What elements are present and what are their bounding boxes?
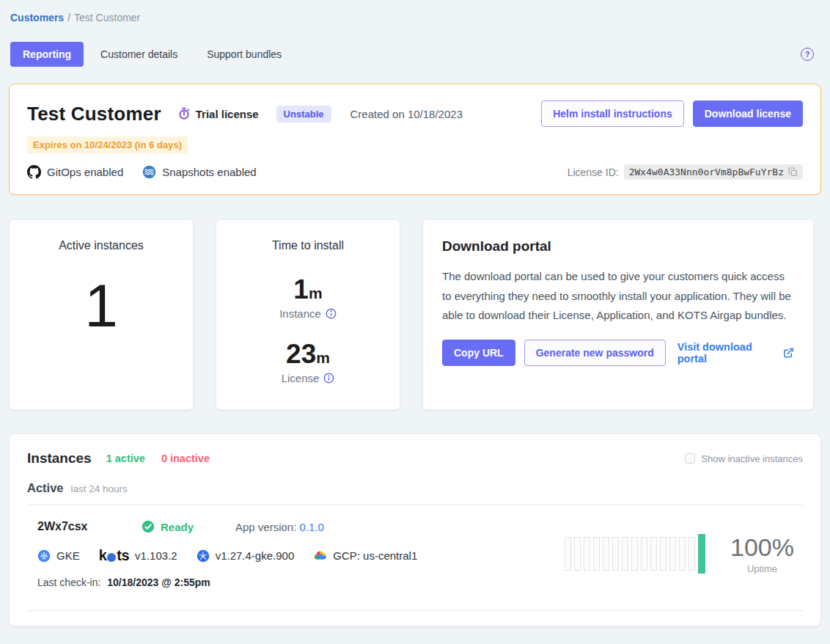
uptime-percent: 100% <box>730 534 794 561</box>
show-inactive-checkbox[interactable] <box>685 453 695 464</box>
download-portal-card: Download portal The download portal can … <box>422 219 814 410</box>
tab-bar: Reporting Customer details Support bundl… <box>9 42 821 67</box>
last-checkin-label: Last check-in: <box>37 577 103 588</box>
kots-logo: kts <box>99 547 129 564</box>
tti-license-label-row: License <box>216 372 400 384</box>
customer-summary-card: Test Customer Trial license Unstable Cre… <box>9 84 821 195</box>
instances-title: Instances <box>27 450 92 466</box>
tab-reporting[interactable]: Reporting <box>10 42 84 67</box>
stats-row: Active instances 1 Time to install 1m In… <box>9 219 821 410</box>
tti-instance-value: 1m <box>216 276 400 303</box>
tti-license-unit: m <box>316 349 330 366</box>
tti-instance-label: Instance <box>279 307 321 320</box>
expires-chip: Expires on 10/24/2023 (in 6 days) <box>27 136 188 153</box>
license-type-label: Trial license <box>196 108 259 120</box>
trial-timer-icon <box>177 107 191 120</box>
helm-install-instructions-button[interactable]: Helm install instructions <box>541 100 684 127</box>
license-id-label: License ID: <box>568 167 619 178</box>
uptime-bars <box>565 534 705 574</box>
k8s-version-segment: v1.27.4-gke.900 <box>197 549 295 563</box>
license-type: Trial license <box>177 107 259 120</box>
breadcrumb-customers-link[interactable]: Customers <box>10 12 64 23</box>
breadcrumb-current: Test Customer <box>74 12 140 23</box>
tti-instance-label-row: Instance <box>216 307 400 320</box>
uptime-bar <box>574 537 581 571</box>
breadcrumb-separator: / <box>67 12 70 23</box>
cloud-region-segment: GCP: us-central1 <box>313 549 417 563</box>
uptime-bar <box>650 537 657 571</box>
kots-logo-ts: ts <box>117 547 129 564</box>
customer-reporting-page: Customers/Test Customer Reporting Custom… <box>0 0 830 626</box>
uptime-bar <box>603 537 609 571</box>
time-to-install-card: Time to install 1m Instance 23m License <box>216 219 400 410</box>
customer-name: Test Customer <box>27 103 161 125</box>
info-icon[interactable] <box>323 373 334 384</box>
instance-status-label: Ready <box>161 521 194 533</box>
check-circle-icon <box>142 520 155 533</box>
external-link-icon <box>783 347 794 359</box>
generate-new-password-button[interactable]: Generate new password <box>524 340 666 366</box>
show-inactive-toggle[interactable]: Show inactive instances <box>685 453 803 464</box>
visit-download-portal-link[interactable]: Visit download portal <box>677 341 794 365</box>
gitops-enabled-feature: GitOps enabled <box>27 165 123 179</box>
github-icon <box>27 165 41 179</box>
gcp-icon <box>313 549 327 563</box>
uptime-bar <box>688 537 695 571</box>
time-to-install-title: Time to install <box>216 239 400 252</box>
active-section-label: Active <box>27 481 64 495</box>
last-checkin: Last check-in: 10/18/2023 @ 2:55pm <box>37 577 565 588</box>
created-date: Created on 10/18/2023 <box>350 108 463 120</box>
info-icon[interactable] <box>326 308 337 319</box>
last-checkin-value: 10/18/2023 @ 2:55pm <box>107 577 210 588</box>
instances-card: Instances 1 active 0 inactive Show inact… <box>9 433 821 626</box>
download-portal-description: The download portal can be used to give … <box>442 267 794 326</box>
uptime-bar <box>565 537 571 571</box>
uptime-bar <box>660 537 666 571</box>
uptime-bar <box>669 537 676 571</box>
uptime-bar <box>593 537 600 571</box>
tti-license-number: 23 <box>286 339 316 369</box>
uptime-bar <box>679 537 686 571</box>
show-inactive-label: Show inactive instances <box>701 453 803 464</box>
license-id-value[interactable]: 2Wx4w0A33Nnn0orVm8pBwFuYrBz <box>624 164 803 180</box>
distribution-segment: GKE <box>37 549 80 563</box>
kots-logo-k: k <box>99 547 107 564</box>
divider <box>27 610 803 611</box>
kots-version: v1.103.2 <box>135 549 177 562</box>
uptime-bar <box>584 537 590 571</box>
channel-badge: Unstable <box>276 106 331 122</box>
active-instances-card: Active instances 1 <box>9 219 194 410</box>
uptime-bar <box>641 537 647 571</box>
tab-customer-details[interactable]: Customer details <box>88 42 190 67</box>
download-license-button[interactable]: Download license <box>693 100 803 127</box>
tti-license-label: License <box>282 372 320 384</box>
timeframe-label: last 24 hours <box>71 483 128 494</box>
active-instances-count: 1 <box>10 276 193 336</box>
distribution-label: GKE <box>56 549 80 562</box>
license-id-text: 2Wx4w0A33Nnn0orVm8pBwFuYrBz <box>629 167 784 178</box>
kubernetes-icon <box>197 549 210 563</box>
instance-id[interactable]: 2Wx7csx <box>37 520 142 533</box>
copy-icon[interactable] <box>788 167 798 177</box>
help-icon[interactable]: ? <box>801 48 814 61</box>
visit-download-portal-label: Visit download portal <box>677 341 778 365</box>
uptime-bar <box>612 537 619 571</box>
kots-segment: kts v1.103.2 <box>99 547 177 564</box>
instance-row[interactable]: 2Wx7csx Ready App version: 0.1.0 <box>27 505 803 593</box>
snapshots-enabled-label: Snapshots enabled <box>162 166 256 178</box>
k8s-version-label: v1.27.4-gke.900 <box>216 549 295 562</box>
snapshots-icon <box>142 165 156 179</box>
tab-support-bundles[interactable]: Support bundles <box>194 42 294 67</box>
inactive-count: 0 inactive <box>161 453 210 464</box>
breadcrumb: Customers/Test Customer <box>9 10 821 23</box>
cloud-region-label: GCP: us-central1 <box>333 549 417 562</box>
gitops-enabled-label: GitOps enabled <box>47 166 123 178</box>
app-version-link[interactable]: 0.1.0 <box>300 521 324 533</box>
app-version-label: App version: <box>235 521 300 533</box>
copy-url-button[interactable]: Copy URL <box>442 340 515 366</box>
download-portal-title: Download portal <box>442 238 794 255</box>
active-instances-title: Active instances <box>10 239 193 252</box>
snapshots-enabled-feature: Snapshots enabled <box>142 165 256 179</box>
uptime-bar <box>622 537 628 571</box>
uptime-bar <box>698 534 705 574</box>
